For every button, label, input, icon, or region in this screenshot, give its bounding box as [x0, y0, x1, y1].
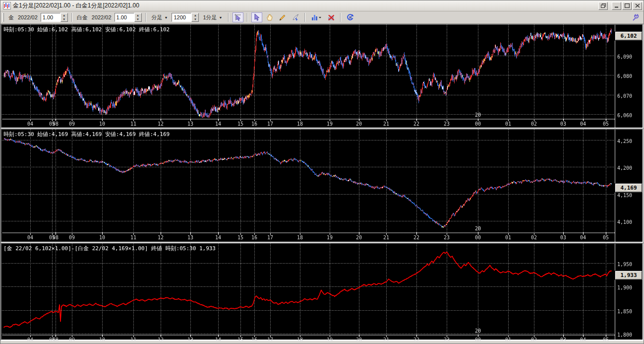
x-tick-label: 09: [69, 121, 75, 127]
x-tick-label: 20: [356, 337, 362, 343]
separator: [340, 13, 341, 22]
x-tick-label: 21: [383, 337, 389, 343]
x-tick-label: 16: [251, 235, 257, 240]
x-tick-label: 13: [187, 121, 193, 127]
y-tick-label: 1,850: [617, 308, 632, 314]
y-tick-label: 4,100: [617, 219, 632, 224]
x-tick-label: 08: [53, 337, 59, 343]
bar-type-dropdown[interactable]: 分足▼: [150, 13, 170, 22]
maximize-button[interactable]: [622, 2, 632, 10]
platinum-chart-canvas[interactable]: [1, 130, 643, 242]
x-tick-label: 22: [413, 121, 419, 127]
pencil-draw-tool-button[interactable]: [277, 12, 288, 22]
select-arrow-tool-button[interactable]: [251, 12, 262, 22]
platinum-last-price-box: 4,169: [615, 184, 642, 192]
toolbar: 金 2022/02 ▲▼ 白金 2022/02 ▲▼ 分足▼ ▲▼ 1分足▼: [0, 11, 644, 24]
y-tick-label: 1,900: [617, 285, 632, 290]
platinum-multiplier-updown[interactable]: ▲▼: [134, 13, 142, 22]
x-tick-label: 02: [531, 337, 537, 343]
gold-chart-canvas[interactable]: [1, 25, 643, 128]
pan-hand-tool-button[interactable]: [264, 12, 275, 22]
x-tick-label: 11: [130, 121, 136, 127]
x-tick-label: 15: [237, 337, 243, 343]
crosshair-cursor-icon: [234, 13, 242, 21]
x-tick-label: 05: [603, 337, 609, 343]
bar-chart-icon: [311, 13, 322, 21]
gold-ohlc-readout: 時刻:05:30 始値:6,102 高値:6,102 安値:6,102 終値:6…: [3, 26, 170, 33]
x-tick-label: 20: [356, 121, 362, 127]
reload-chart-button[interactable]: R: [345, 12, 355, 22]
platinum-symbol-label: 白金: [76, 14, 89, 21]
bar-count-updown[interactable]: ▲▼: [191, 13, 199, 22]
spread-last-value-box: 1,933: [615, 271, 642, 279]
bar-count-input[interactable]: [172, 13, 191, 22]
gold-multiplier-input[interactable]: [41, 13, 60, 22]
spread-chart-canvas[interactable]: [1, 244, 643, 340]
gold-contract-month[interactable]: 2022/02: [17, 14, 39, 20]
pen-icon: [292, 13, 299, 21]
x-tick-label: 22: [413, 337, 419, 343]
x-tick-label: 18: [297, 337, 303, 343]
close-button[interactable]: [633, 2, 642, 10]
x-tick-label: 08: [53, 121, 59, 127]
y-tick-label: 6,080: [617, 73, 632, 79]
x-tick-label: 14: [215, 121, 221, 127]
x-tick-label: 15: [237, 121, 243, 127]
chart-panel-gold: 時刻:05:30 始値:6,102 高値:6,102 安値:6,102 終値:6…: [0, 24, 644, 129]
gold-last-price-box: 6,102: [615, 32, 642, 40]
app-window: 金1分足[2022/02]1.00 - 白金1分足[2022/02]1.00 金…: [0, 0, 644, 344]
y-tick-label: 4,200: [617, 165, 632, 171]
settings-wrench-button[interactable]: [631, 12, 642, 22]
x-tick-label: 13: [187, 235, 193, 240]
x-tick-label: 11: [130, 337, 136, 343]
x-tick-label: 12: [158, 121, 164, 127]
chart-stack: 時刻:05:30 始値:6,102 高値:6,102 安値:6,102 終値:6…: [0, 24, 644, 341]
x-tick-label: 13: [187, 337, 193, 343]
separator: [247, 13, 248, 22]
x-tick-label: 03: [560, 121, 566, 127]
x-tick-label: 23: [444, 235, 450, 240]
delete-chart-button[interactable]: [326, 12, 337, 22]
spread-readout: [金 22/02 6,102×1.00]-[白金 22/02 4,169×1.0…: [3, 245, 216, 252]
x-tick-label: 00: [475, 235, 481, 240]
y-tick-label: 6,060: [617, 112, 632, 118]
toolbar-grip[interactable]: [2, 13, 4, 22]
x-tick-label: 10: [99, 337, 105, 343]
minimize-button[interactable]: [612, 2, 621, 10]
y-tick-label: 1,800: [617, 332, 632, 338]
x-tick-label: 02: [531, 121, 537, 127]
date-label: 20: [475, 226, 481, 231]
chart-panel-platinum: 時刻:05:30 始値:4,169 高値:4,169 安値:4,169 終値:4…: [0, 129, 644, 243]
crosshair-cursor-tool-button[interactable]: [233, 12, 243, 22]
interval-dropdown[interactable]: 1分足▼: [201, 13, 224, 22]
x-tick-label: 02: [531, 235, 537, 240]
platinum-contract-month[interactable]: 2022/02: [91, 14, 113, 20]
pen-annotate-tool-button[interactable]: [290, 12, 301, 22]
horizontal-scrollbar[interactable]: [0, 341, 644, 344]
refresh-icon: R: [346, 13, 354, 21]
title-bar[interactable]: 金1分足[2022/02]1.00 - 白金1分足[2022/02]1.00: [0, 0, 644, 11]
x-tick-label: 17: [267, 235, 273, 240]
y-tick-label: 1,950: [617, 262, 632, 267]
x-tick-label: 22: [413, 235, 419, 240]
x-tick-label: 19: [327, 235, 333, 240]
svg-text:R: R: [349, 16, 351, 19]
delete-chart-icon: [327, 13, 335, 21]
x-tick-label: 04: [27, 337, 33, 343]
app-chart-icon: [3, 2, 11, 9]
x-tick-label: 10: [99, 121, 105, 127]
gold-symbol-label: 金: [7, 14, 15, 21]
x-tick-label: 19: [327, 337, 333, 343]
chart-style-dropdown-button[interactable]: [309, 12, 324, 22]
x-tick-label: 18: [297, 121, 303, 127]
x-tick-label: 12: [158, 337, 164, 343]
gold-multiplier-updown[interactable]: ▲▼: [60, 13, 68, 22]
x-tick-label: 18: [297, 235, 303, 240]
chart-panel-spread: [金 22/02 6,102×1.00]-[白金 22/02 4,169×1.0…: [0, 243, 644, 341]
x-tick-label: 01: [505, 337, 511, 343]
platinum-ohlc-readout: 時刻:05:30 始値:4,169 高値:4,169 安値:4,169 終値:4…: [3, 131, 170, 138]
platinum-multiplier-input[interactable]: [115, 13, 134, 22]
restore-button[interactable]: [598, 2, 608, 10]
x-tick-label: 10: [99, 235, 105, 240]
x-tick-label: 19: [327, 121, 333, 127]
